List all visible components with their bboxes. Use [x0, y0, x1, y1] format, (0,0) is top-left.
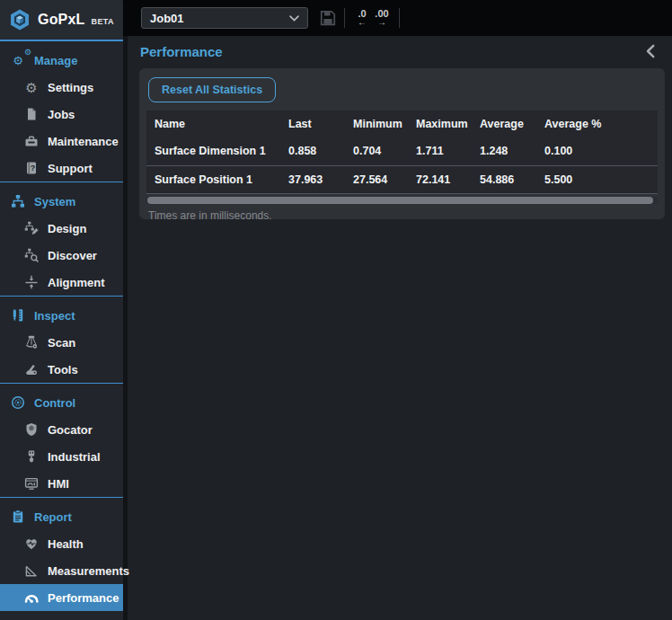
- network-nodes-icon: [10, 193, 26, 209]
- section-label: Report: [34, 510, 72, 524]
- protractor-icon: [23, 562, 40, 579]
- network-pencil-icon: [23, 220, 40, 236]
- column-header-name: Name: [146, 111, 288, 137]
- sidebar-item-industrial[interactable]: Industrial: [0, 443, 123, 470]
- cell-maximum: 72.141: [416, 165, 480, 193]
- sidebar-item-scan[interactable]: Scan: [0, 329, 123, 356]
- section-label: Manage: [34, 54, 77, 67]
- horizontal-scrollbar-thumb[interactable]: [147, 197, 653, 204]
- decimal-increase-button[interactable]: .00 →: [372, 9, 392, 27]
- sidebar-item-maintenance[interactable]: Maintenance: [0, 128, 123, 155]
- sidebar-item-label: Settings: [48, 81, 93, 94]
- cell-name: Surface Dimension 1: [146, 137, 288, 165]
- gopxl-cube-logo-icon: [8, 8, 31, 31]
- sidebar-item-jobs[interactable]: Jobs: [0, 101, 123, 128]
- beta-badge: BETA: [92, 17, 114, 26]
- save-job-button[interactable]: [319, 9, 337, 27]
- sidebar-item-design[interactable]: Design: [0, 215, 123, 242]
- sidebar-item-label: HMI: [48, 477, 69, 491]
- table-row: Surface Position 1 37.963 27.564 72.141 …: [146, 165, 658, 193]
- heart-pulse-icon: [23, 536, 40, 552]
- sidebar-section-system: System Design Discover Alignment: [0, 182, 123, 297]
- app-name: GoPxL: [38, 12, 85, 28]
- column-header-average: Average: [480, 111, 544, 137]
- cell-average-pct: 0.100: [544, 137, 658, 165]
- decimal-decrease-button[interactable]: .0 ←: [352, 9, 372, 27]
- gear-icon: ⚙: [23, 79, 40, 95]
- sidebar-header-report: Report: [0, 503, 123, 530]
- dial-icon: [10, 394, 26, 411]
- cell-average: 54.886: [480, 165, 544, 193]
- column-header-maximum: Maximum: [416, 111, 480, 137]
- sidebar-item-settings[interactable]: ⚙ Settings: [0, 74, 123, 101]
- sidebar-item-label: Gocator: [48, 423, 93, 437]
- arrow-left-icon: ←: [358, 18, 367, 27]
- page-title: Performance: [140, 44, 643, 59]
- main-content: Performance Reset All Statistics Name La…: [123, 36, 672, 620]
- align-arrows-icon: [23, 274, 40, 290]
- sidebar-section-inspect: Inspect Scan Tools: [0, 297, 123, 384]
- sidebar-header-control: Control: [0, 389, 123, 416]
- clipboard-icon: [10, 509, 26, 525]
- toolbar-separator: [399, 8, 400, 28]
- sidebar-item-label: Maintenance: [48, 135, 119, 148]
- sidebar-item-label: Jobs: [48, 108, 75, 121]
- gears-icon: ⚙⚙: [10, 52, 26, 68]
- column-header-average-pct: Average %: [544, 111, 658, 137]
- table-row: Surface Dimension 1 0.858 0.704 1.711 1.…: [146, 137, 658, 165]
- sidebar-section-report: Report Health Measurements Performance: [0, 498, 123, 611]
- floppy-disk-icon: [319, 9, 337, 27]
- cell-maximum: 1.711: [416, 137, 480, 165]
- sidebar-header-manage: ⚙⚙ Manage: [0, 47, 123, 74]
- toolbar-separator: [344, 8, 345, 28]
- sidebar-item-label: Measurements: [48, 564, 129, 578]
- job-dropdown-value: Job01: [150, 12, 288, 25]
- svg-text:?: ?: [31, 164, 36, 173]
- cell-minimum: 27.564: [353, 165, 416, 193]
- app-logo: GoPxL BETA: [0, 0, 123, 41]
- sidebar-item-support[interactable]: ? Support: [0, 155, 123, 182]
- column-header-minimum: Minimum: [353, 111, 416, 137]
- performance-panel: Reset All Statistics Name Last Minimum M…: [139, 68, 665, 219]
- sidebar-section-control: Control Gocator Industrial HMI: [0, 384, 123, 498]
- topbar: Job01 .0 ← .00 →: [123, 0, 672, 36]
- sidebar-item-measurements[interactable]: Measurements: [0, 557, 123, 584]
- cell-average: 1.248: [480, 137, 544, 165]
- monitor-dashboard-icon: [23, 475, 40, 492]
- sidebar-item-alignment[interactable]: Alignment: [0, 269, 123, 296]
- utility-knife-icon: [23, 361, 40, 377]
- sidebar-item-label: Health: [48, 537, 84, 551]
- sidebar-item-health[interactable]: Health: [0, 530, 123, 557]
- sidebar-item-tools[interactable]: Tools: [0, 356, 123, 383]
- chevron-down-icon: [288, 13, 300, 24]
- sidebar-item-label: Scan: [48, 336, 75, 350]
- documents-icon: [23, 106, 40, 122]
- gauge-icon: [23, 589, 40, 606]
- cell-last: 37.963: [288, 165, 353, 193]
- sidebar-item-label: Industrial: [48, 450, 101, 464]
- manual-book-icon: ?: [23, 160, 40, 176]
- page-header: Performance: [123, 36, 672, 66]
- sidebar-item-discover[interactable]: Discover: [0, 242, 123, 269]
- section-label: System: [34, 195, 75, 208]
- sidebar-item-label: Discover: [48, 249, 97, 262]
- column-header-last: Last: [288, 111, 353, 137]
- collapse-panel-button[interactable]: [643, 43, 659, 59]
- sidebar-item-label: Tools: [48, 363, 78, 376]
- cell-last: 0.858: [288, 137, 353, 165]
- job-dropdown[interactable]: Job01: [141, 7, 308, 29]
- sidebar-item-gocator[interactable]: Gocator: [0, 416, 123, 443]
- toolbox-icon: [23, 133, 40, 149]
- sidebar-header-system: System: [0, 188, 123, 215]
- plug-icon: [23, 448, 40, 465]
- section-label: Inspect: [34, 309, 75, 323]
- sidebar-item-label: Support: [48, 162, 93, 175]
- units-note: Times are in milliseconds.: [148, 209, 658, 222]
- cell-average-pct: 5.500: [544, 165, 658, 193]
- sidebar-item-label: Alignment: [48, 276, 105, 289]
- reset-all-statistics-button[interactable]: Reset All Statistics: [148, 77, 276, 102]
- sidebar-header-inspect: Inspect: [0, 302, 123, 329]
- sidebar-item-hmi[interactable]: HMI: [0, 470, 123, 497]
- sidebar-item-performance[interactable]: Performance: [0, 584, 123, 611]
- laser-scan-icon: [23, 334, 40, 350]
